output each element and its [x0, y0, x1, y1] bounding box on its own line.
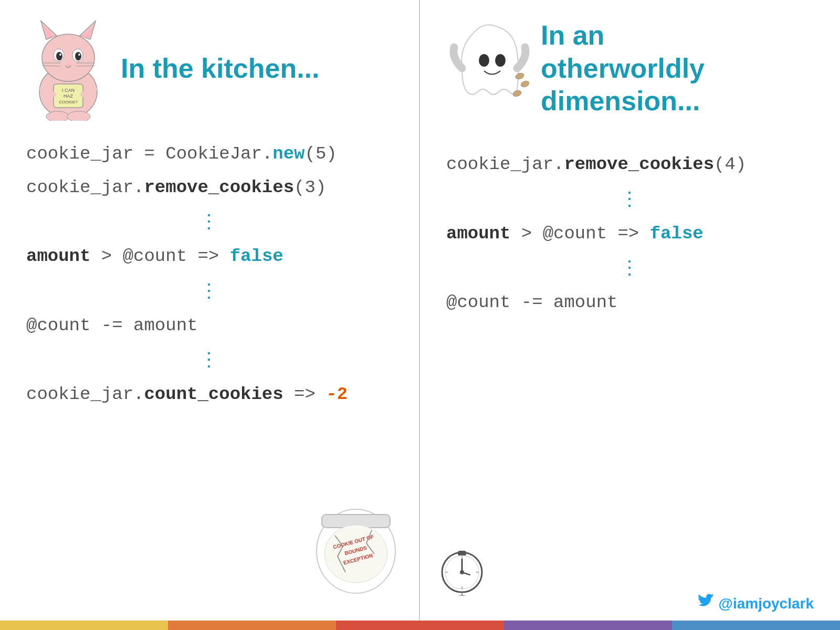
args2: (3)	[294, 177, 326, 197]
svg-point-23	[46, 111, 69, 121]
right-condition-line: amount > @count => false	[446, 222, 814, 247]
twitter-handle-text: @iamjoyclark	[719, 595, 814, 612]
twitter-icon	[698, 593, 715, 614]
left-panel: I CAN HAZ COOKIE? In the kitchen... cook…	[0, 0, 420, 630]
right-title-line2: otherworldly	[541, 53, 705, 83]
ellipsis-2-right: ⋮	[446, 257, 814, 280]
bottom-bar-yellow	[0, 621, 168, 630]
svg-point-34	[520, 80, 530, 88]
amount-var1: amount	[26, 246, 90, 266]
svg-point-11	[78, 54, 80, 56]
cookie-jar-var1: cookie_jar	[26, 144, 133, 164]
svg-text:HAZ: HAZ	[64, 93, 74, 99]
ellipsis-2-left: ⋮	[26, 280, 393, 303]
left-code-block1: cookie_jar = CookieJar.new(5) cookie_jar…	[26, 142, 393, 200]
left-header: I CAN HAZ COOKIE? In the kitchen...	[26, 16, 393, 121]
equals-op: = CookieJar.	[144, 144, 272, 164]
neg2-result: -2	[326, 384, 348, 404]
false-keyword1: false	[230, 246, 284, 266]
bottom-bar-orange	[168, 621, 336, 630]
remove-cookies-method1: remove_cookies	[144, 177, 294, 197]
left-line1: cookie_jar = CookieJar.new(5)	[26, 142, 393, 167]
svg-point-27	[324, 525, 387, 583]
bottom-bar-purple	[504, 621, 672, 630]
right-code-section: cookie_jar.remove_cookies(4)	[446, 152, 814, 177]
gt-op1: >	[101, 246, 123, 266]
args1: (5)	[305, 144, 337, 164]
right-title-line1: In an	[541, 20, 604, 50]
arrow-result: =>	[284, 384, 327, 404]
r-args1: (4)	[714, 154, 746, 174]
r-remove-cookies-method: remove_cookies	[564, 154, 714, 174]
svg-point-1	[42, 34, 94, 81]
left-title: In the kitchen...	[121, 52, 320, 84]
right-title-line3: dimension...	[541, 86, 700, 116]
left-assign-line: @count -= amount	[26, 313, 393, 339]
right-panel: In an otherworldly dimension... cookie_j…	[420, 0, 840, 630]
cookie-jar-svg: COOKIE OUT OF BOUNDS EXCEPTION	[309, 504, 403, 598]
svg-point-24	[67, 111, 90, 121]
right-assign-line: @count -= amount	[446, 290, 814, 316]
ghost-illustration	[446, 16, 530, 121]
right-title: In an otherworldly dimension...	[541, 19, 705, 117]
stopwatch-svg	[436, 538, 488, 596]
bottom-bar-red	[336, 621, 504, 630]
cat-svg: I CAN HAZ COOKIE?	[26, 16, 110, 121]
right-header: In an otherworldly dimension...	[446, 16, 814, 121]
stopwatch-illustration	[436, 538, 488, 598]
bottom-bar-blue	[672, 621, 840, 630]
svg-point-10	[59, 54, 61, 56]
count-var2: @count -= amount	[26, 316, 197, 335]
ellipsis-1-right: ⋮	[446, 188, 814, 211]
r-gt-op: >	[521, 224, 543, 244]
r-count-assign: @count -= amount	[446, 292, 617, 312]
cat-illustration: I CAN HAZ COOKIE?	[26, 16, 110, 121]
left-condition-line: amount > @count => false	[26, 244, 393, 269]
cookie-jar-var2: cookie_jar.	[26, 177, 144, 197]
ellipsis-3-left: ⋮	[26, 349, 393, 372]
cookie-jar-result: cookie_jar.	[26, 384, 144, 404]
r-false-keyword: false	[650, 224, 704, 244]
twitter-handle: @iamjoyclark	[698, 593, 814, 614]
ellipsis-1-left: ⋮	[26, 211, 393, 234]
bottom-color-bar	[0, 621, 840, 630]
count-cookies-method: count_cookies	[144, 384, 283, 404]
svg-text:I CAN: I CAN	[62, 88, 75, 93]
count-var1: @count =>	[123, 246, 230, 266]
svg-point-9	[75, 52, 81, 60]
ghost-svg	[446, 16, 530, 126]
r-count-var: @count =>	[543, 224, 650, 244]
svg-text:COOKIE?: COOKIE?	[59, 100, 78, 104]
r-amount-var: amount	[446, 224, 510, 244]
svg-point-31	[479, 54, 489, 67]
svg-point-41	[460, 570, 464, 574]
cookie-jar-exception-illustration: COOKIE OUT OF BOUNDS EXCEPTION	[309, 504, 403, 598]
r-cookie-jar-var: cookie_jar.	[446, 154, 564, 174]
svg-point-8	[56, 52, 62, 60]
left-result-line: cookie_jar.count_cookies => -2	[26, 382, 393, 407]
main-container: I CAN HAZ COOKIE? In the kitchen... cook…	[0, 0, 840, 630]
right-line1: cookie_jar.remove_cookies(4)	[446, 152, 814, 177]
new-keyword: new	[272, 144, 304, 164]
left-line2: cookie_jar.remove_cookies(3)	[26, 175, 393, 201]
svg-point-32	[495, 54, 506, 67]
